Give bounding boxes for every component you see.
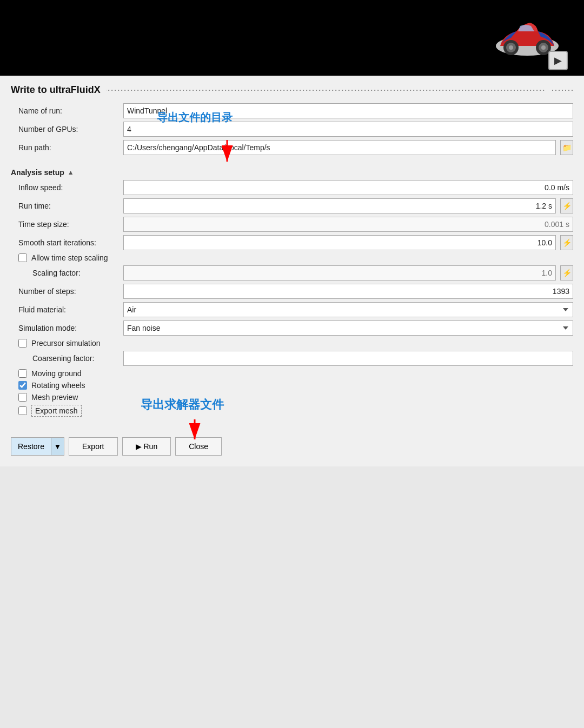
inflow-speed-input[interactable] [123,180,573,195]
coarsening-factor-input[interactable] [123,351,573,366]
export-mesh-row: Export mesh [11,405,573,417]
inflow-speed-row: Inflow speed: [11,180,573,195]
simulation-mode-row: Simulation mode: Fan noise Standard Acou… [11,320,573,336]
lightning-icon-runtime: ⚡ [562,202,572,210]
export-mesh-label: Export mesh [31,405,82,417]
bottom-section: 导出求解器文件 Restore ▼ Export ▶ Run [11,437,573,456]
precursor-label: Precursor simulation [31,339,101,348]
play-badge[interactable]: ▶ [548,51,568,70]
time-step-label: Time step size: [11,220,119,229]
rotating-wheels-checkbox[interactable] [18,381,27,390]
run-path-row: Run path: 📁 [11,140,573,155]
export-button[interactable]: Export [69,437,117,456]
analysis-setup-header: Analysis setup ▲ [11,168,573,177]
car-logo-area: ▶ [492,16,568,70]
run-label: Run [144,442,158,451]
allow-time-step-checkbox[interactable] [18,253,27,262]
window-title-text: Write to ultraFluidX [11,84,101,96]
restore-dropdown-icon[interactable]: ▼ [51,438,64,455]
moving-ground-checkbox[interactable] [18,369,27,378]
precursor-checkbox[interactable] [18,339,27,348]
svg-point-3 [509,45,513,50]
scaling-factor-row: Scaling factor: ⚡ [11,265,573,280]
num-gpus-label: Number of GPUs: [11,125,119,133]
play-icon: ▶ [554,55,562,66]
lightning-icon-smooth: ⚡ [562,238,572,247]
folder-icon: 📁 [562,143,572,152]
collapse-icon[interactable]: ▲ [68,169,74,176]
coarsening-factor-row: Coarsening factor: [11,351,573,366]
export-label: Export [82,442,104,451]
precursor-row: Precursor simulation [11,339,573,348]
simulation-mode-label: Simulation mode: [11,324,119,332]
run-path-container: Run path: 📁 导出文件的目录 [11,140,573,155]
dots-small [552,90,573,91]
num-gpus-row: Number of GPUs: [11,122,573,137]
window-title-row: Write to ultraFluidX [11,84,573,96]
scaling-factor-input[interactable] [123,265,556,280]
smooth-start-input[interactable] [123,235,556,250]
inflow-speed-label: Inflow speed: [11,183,119,192]
fluid-material-select[interactable]: Air Water Custom [123,302,573,317]
num-gpus-input[interactable] [123,122,573,137]
simulation-mode-select[interactable]: Fan noise Standard Acoustic [123,320,573,336]
export-mesh-checkbox[interactable] [18,406,27,415]
lightning-icon-scaling: ⚡ [562,269,572,277]
fluid-material-row: Fluid material: Air Water Custom [11,302,573,317]
fluid-material-label: Fluid material: [11,305,119,314]
name-of-run-label: Name of run: [11,106,119,115]
allow-time-step-label: Allow time step scaling [31,253,108,262]
mesh-preview-checkbox[interactable] [18,393,27,402]
num-steps-label: Number of steps: [11,287,119,296]
coarsening-factor-label: Coarsening factor: [11,354,119,363]
smooth-start-row: Smooth start iterations: ⚡ [11,235,573,250]
close-button[interactable]: Close [175,437,222,456]
dots-decoration [106,90,546,91]
moving-ground-row: Moving ground [11,369,573,378]
allow-time-step-row: Allow time step scaling [11,253,573,262]
run-time-lightning[interactable]: ⚡ [560,198,573,213]
close-label: Close [189,442,208,451]
mesh-preview-row: Mesh preview [11,393,573,402]
run-time-row: Run time: ⚡ [11,198,573,213]
svg-point-6 [541,45,546,50]
smooth-start-lightning[interactable]: ⚡ [560,235,573,250]
top-bar: ▶ [0,0,584,76]
run-time-label: Run time: [11,202,119,210]
smooth-start-label: Smooth start iterations: [11,238,119,247]
folder-button[interactable]: 📁 [560,140,573,155]
num-steps-row: Number of steps: [11,284,573,299]
bottom-buttons: Restore ▼ Export ▶ Run Close [11,437,573,456]
run-path-input[interactable] [123,140,556,155]
name-of-run-input[interactable] [123,103,573,118]
restore-label: Restore [11,438,51,455]
mesh-preview-label: Mesh preview [31,393,78,402]
rotating-wheels-label: Rotating wheels [31,381,85,390]
name-of-run-row: Name of run: [11,103,573,118]
analysis-setup-label: Analysis setup [11,168,64,177]
moving-ground-label: Moving ground [31,369,82,378]
run-button[interactable]: ▶ Run [122,437,171,456]
time-step-row: Time step size: [11,217,573,232]
run-path-label: Run path: [11,143,119,152]
time-step-input[interactable] [123,217,573,232]
run-play-icon: ▶ [136,442,142,451]
scaling-factor-label: Scaling factor: [11,269,119,277]
rotating-wheels-row: Rotating wheels [11,381,573,390]
main-container: Write to ultraFluidX Name of run: Number… [0,76,584,466]
run-time-input[interactable] [123,198,556,213]
restore-button[interactable]: Restore ▼ [11,437,64,456]
num-steps-input[interactable] [123,284,573,299]
scaling-factor-lightning[interactable]: ⚡ [560,265,573,280]
